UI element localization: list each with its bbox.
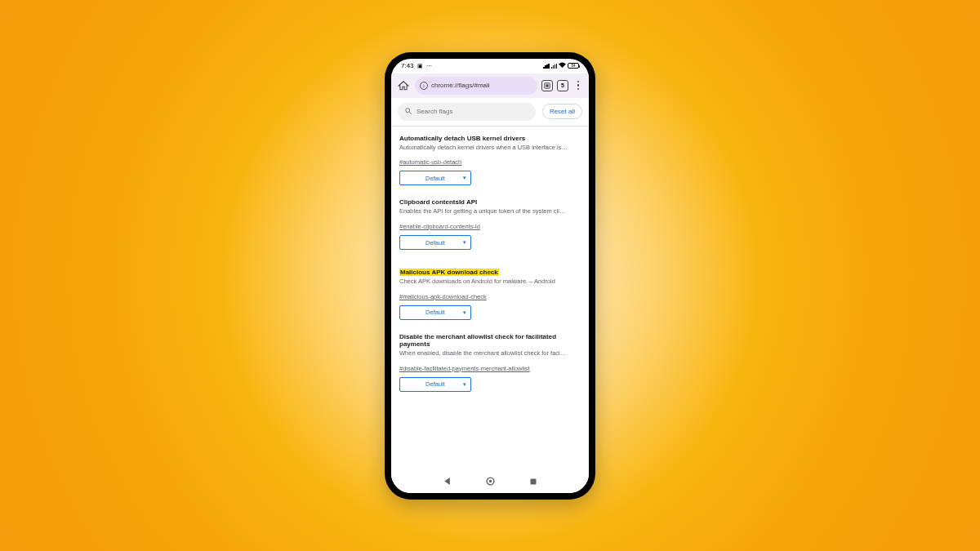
flags-list[interactable]: Automatically detach USB kernel drivers … (391, 127, 589, 472)
status-time: 7:43 (401, 62, 414, 69)
browser-toolbar: i chrome://flags/#mali 5 (391, 73, 589, 98)
status-bar: 7:43 ▣ ⋯ 84 (391, 59, 589, 73)
home-button[interactable] (396, 78, 411, 93)
svg-line-3 (409, 112, 412, 114)
flag-description: Enables the API for getting a unique tok… (399, 207, 581, 216)
screen-share-icon[interactable] (541, 80, 553, 91)
flag-dropdown[interactable]: Default (399, 235, 471, 250)
flag-item: Disable the merchant allowlist check for… (399, 333, 581, 392)
search-box[interactable] (398, 103, 536, 121)
home-nav-button[interactable] (486, 477, 495, 487)
flag-item: Automatically detach USB kernel drivers … (399, 135, 581, 186)
flag-description: When enabled, disable the merchant allow… (399, 349, 581, 358)
svg-point-2 (406, 108, 410, 112)
svg-rect-6 (531, 478, 537, 484)
flag-dropdown[interactable]: Default (399, 171, 471, 185)
wifi-icon (559, 62, 566, 69)
svg-point-5 (489, 480, 492, 482)
signal-icon-1 (543, 64, 550, 69)
flags-search-row: Reset all (391, 98, 589, 127)
svg-rect-1 (546, 84, 548, 87)
recents-button[interactable] (529, 478, 537, 487)
flag-dropdown[interactable]: Default (399, 377, 471, 392)
signal-icon-2 (551, 64, 558, 69)
flag-item: Clipboard contentsId API Enables the API… (399, 198, 581, 250)
flag-anchor-link[interactable]: #enable-clipboard-contents-id (399, 223, 480, 230)
search-input[interactable] (416, 108, 529, 115)
flag-description: Check APK downloads on Android for malwa… (399, 278, 581, 286)
flag-title: Automatically detach USB kernel drivers (399, 135, 581, 142)
flag-anchor-link[interactable]: #malicious-apk-download-check (399, 293, 487, 300)
battery-icon: 84 (568, 63, 579, 69)
flag-item: Malicious APK download check Check APK d… (399, 263, 581, 320)
tabs-button[interactable]: 5 (557, 80, 568, 91)
search-icon (404, 107, 412, 117)
flag-title: Disable the merchant allowlist check for… (399, 333, 581, 348)
url-bar[interactable]: i chrome://flags/#mali (415, 77, 537, 95)
more-notifications-icon: ⋯ (426, 63, 432, 69)
menu-button[interactable] (572, 81, 584, 91)
flag-dropdown[interactable]: Default (399, 305, 471, 320)
flag-description: Automatically detach kernel drivers when… (399, 144, 581, 152)
notification-icon: ▣ (417, 63, 423, 69)
reset-all-button[interactable]: Reset all (542, 104, 582, 119)
back-button[interactable] (443, 477, 452, 487)
flag-anchor-link[interactable]: #disable-facilitated-payments-merchant-a… (399, 365, 530, 372)
flag-title-highlighted: Malicious APK download check (399, 269, 499, 276)
url-text: chrome://flags/#mali (431, 82, 490, 89)
screen: 7:43 ▣ ⋯ 84 i chrome://flags/#mali (391, 59, 589, 493)
flag-title: Clipboard contentsId API (399, 198, 581, 206)
android-nav-bar (391, 472, 589, 493)
phone-frame: 7:43 ▣ ⋯ 84 i chrome://flags/#mali (385, 52, 595, 500)
site-info-icon[interactable]: i (420, 82, 428, 90)
flag-anchor-link[interactable]: #automatic-usb-detach (399, 158, 461, 166)
